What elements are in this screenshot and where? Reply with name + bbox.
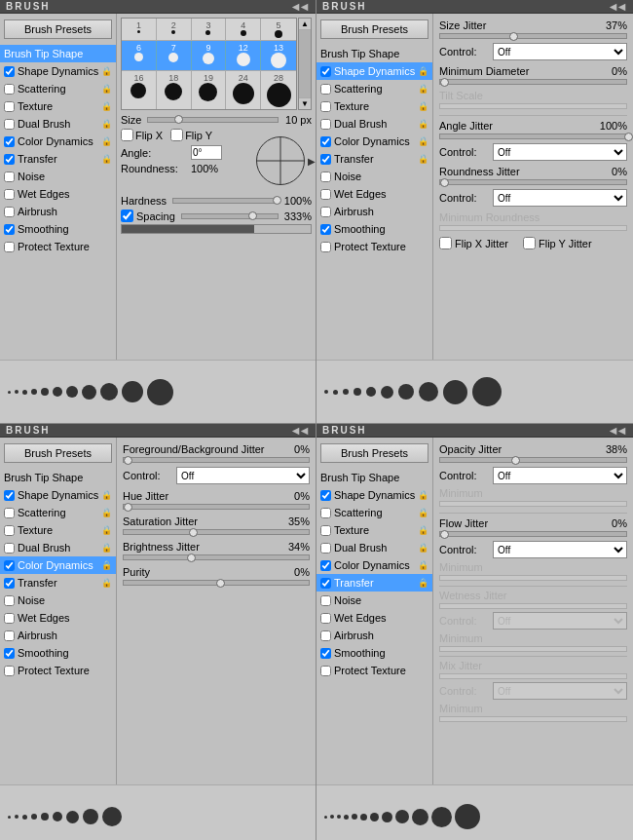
control-select-3[interactable]: Off	[493, 189, 627, 207]
min-diameter-slider[interactable]	[439, 79, 627, 85]
angle-input[interactable]	[191, 145, 222, 160]
sidebar-item-color-br[interactable]: Color Dynamics🔒	[316, 556, 432, 574]
brush-cell[interactable]: 16	[122, 71, 157, 109]
brush-cell[interactable]: 19	[192, 71, 227, 109]
brush-cell[interactable]: 18	[157, 71, 192, 109]
scroll-up[interactable]: ▲	[299, 19, 311, 30]
brush-cell-selected[interactable]: 12	[226, 41, 261, 70]
roundness-jitter-slider[interactable]	[439, 179, 627, 185]
sidebar-item-brushtip-tr[interactable]: Brush Tip Shape	[316, 45, 432, 62]
panel-corner-icon-tl[interactable]: ◀◀	[292, 2, 310, 12]
sidebar-item-color-bl[interactable]: Color Dynamics🔒	[0, 556, 116, 574]
sidebar-item-protect-bl[interactable]: Protect Texture	[0, 662, 116, 679]
sat-jitter-slider[interactable]	[123, 529, 310, 535]
size-slider[interactable]	[147, 117, 279, 123]
spacing-checkbox[interactable]	[121, 210, 133, 222]
brush-cell[interactable]: 24	[226, 71, 261, 109]
fg-control-select[interactable]: Off	[176, 467, 310, 484]
sidebar-item-noise-tl[interactable]: Noise	[0, 168, 116, 185]
sidebar-item-wetedge-bl[interactable]: Wet Edges	[0, 609, 116, 627]
sidebar-item-transfer-bl[interactable]: Transfer🔒	[0, 574, 116, 592]
sidebar-item-noise-tr[interactable]: Noise	[316, 168, 432, 185]
sidebar-item-wetedge-br[interactable]: Wet Edges	[316, 609, 432, 627]
sidebar-item-smoothing-tl[interactable]: Smoothing	[0, 220, 116, 238]
sidebar-item-color-tl[interactable]: Color Dynamics🔒	[0, 133, 116, 150]
fg-bg-slider[interactable]	[123, 457, 310, 463]
brush-cell[interactable]: 2	[157, 19, 192, 40]
sidebar-item-scatter-tl[interactable]: Scattering🔒	[0, 80, 116, 97]
angle-jitter-slider[interactable]	[439, 134, 627, 139]
sidebar-item-dual-br[interactable]: Dual Brush🔒	[316, 539, 432, 556]
hardness-slider[interactable]	[172, 198, 279, 204]
sidebar-item-airbrush-bl[interactable]: Airbrush	[0, 627, 116, 644]
sidebar-item-scatter-br[interactable]: Scattering🔒	[316, 504, 432, 521]
sidebar-item-dual-tr[interactable]: Dual Brush🔒	[316, 115, 432, 133]
sidebar-item-smoothing-tr[interactable]: Smoothing	[316, 220, 432, 238]
sidebar-item-protect-tl[interactable]: Protect Texture	[0, 238, 116, 255]
panel-corner-icon-tr[interactable]: ◀◀	[610, 2, 627, 12]
sidebar-item-airbrush-tl[interactable]: Airbrush	[0, 203, 116, 220]
brush-cell-selected[interactable]: 7	[157, 41, 192, 70]
size-jitter-slider[interactable]	[439, 33, 627, 39]
sidebar-item-noise-br[interactable]: Noise	[316, 592, 432, 609]
brush-cell[interactable]: 5	[261, 19, 296, 40]
sidebar-item-scatter-bl[interactable]: Scattering🔒	[0, 504, 116, 521]
spacing-slider[interactable]	[181, 213, 279, 219]
sidebar-item-brush-tip-tl[interactable]: Brush Tip Shape	[0, 45, 116, 62]
sidebar-item-shape-dyn-tl[interactable]: Shape Dynamics🔒	[0, 62, 116, 80]
flow-control-select[interactable]: Off	[493, 541, 627, 558]
sidebar-item-brushtip-bl[interactable]: Brush Tip Shape	[0, 469, 116, 486]
divider-transfer-2	[439, 586, 627, 587]
panel-corner-icon-br[interactable]: ◀◀	[610, 426, 627, 436]
sidebar-item-texture-bl[interactable]: Texture🔒	[0, 521, 116, 539]
sidebar-item-dual-tl[interactable]: Dual Brush🔒	[0, 115, 116, 133]
sidebar-item-protect-br[interactable]: Protect Texture	[316, 662, 432, 679]
sidebar-item-noise-bl[interactable]: Noise	[0, 592, 116, 609]
opacity-control-select[interactable]: Off	[493, 467, 627, 484]
wetness-control-select[interactable]: Off	[493, 612, 627, 630]
sidebar-item-transfer-tl[interactable]: Transfer🔒	[0, 150, 116, 168]
sidebar-item-wetedge-tl[interactable]: Wet Edges	[0, 185, 116, 203]
sidebar-item-texture-tl[interactable]: Texture🔒	[0, 97, 116, 115]
flip-x-jitter-check[interactable]	[439, 237, 452, 249]
brush-cell[interactable]: 28	[261, 71, 296, 109]
sidebar-item-color-tr[interactable]: Color Dynamics🔒	[316, 133, 432, 150]
bright-jitter-slider[interactable]	[123, 554, 310, 560]
sidebar-item-brushtip-br[interactable]: Brush Tip Shape	[316, 469, 432, 486]
sidebar-item-scatter-tr[interactable]: Scattering🔒	[316, 80, 432, 97]
flip-y-jitter-check[interactable]	[523, 237, 536, 249]
sidebar-item-smoothing-bl[interactable]: Smoothing	[0, 644, 116, 662]
hue-jitter-slider[interactable]	[123, 504, 310, 510]
brush-presets-btn-tr[interactable]: Brush Presets	[320, 19, 428, 39]
sidebar-item-transfer-tr[interactable]: Transfer🔒	[316, 150, 432, 168]
sidebar-item-dual-bl[interactable]: Dual Brush🔒	[0, 539, 116, 556]
sidebar-item-transfer-br[interactable]: Transfer🔒	[316, 574, 432, 592]
sidebar-item-texture-tr[interactable]: Texture🔒	[316, 97, 432, 115]
sidebar-item-airbrush-tr[interactable]: Airbrush	[316, 203, 432, 220]
scroll-down[interactable]: ▼	[299, 97, 311, 109]
sidebar-item-texture-br[interactable]: Texture🔒	[316, 521, 432, 539]
panel-corner-icon-bl[interactable]: ◀◀	[292, 426, 310, 436]
brush-cell-selected[interactable]: 13	[261, 41, 296, 70]
brush-cell[interactable]: 3	[192, 19, 227, 40]
brush-cell-selected[interactable]: 6	[122, 41, 157, 70]
mix-control-select[interactable]: Off	[493, 682, 627, 700]
sidebar-item-airbrush-br[interactable]: Airbrush	[316, 627, 432, 644]
brush-presets-btn-tl[interactable]: Brush Presets	[4, 19, 112, 39]
control-select-2[interactable]: Off	[493, 143, 627, 161]
brush-cell[interactable]: 4	[226, 19, 261, 40]
sidebar-item-shapedyn-tr[interactable]: Shape Dynamics🔒	[316, 62, 432, 80]
opacity-jitter-slider[interactable]	[439, 457, 627, 463]
sidebar-item-protect-tr[interactable]: Protect Texture	[316, 238, 432, 255]
brush-presets-btn-br[interactable]: Brush Presets	[320, 443, 428, 463]
sidebar-item-smoothing-br[interactable]: Smoothing	[316, 644, 432, 662]
sidebar-item-shapedyn-bl[interactable]: Shape Dynamics🔒	[0, 486, 116, 504]
flow-jitter-slider[interactable]	[439, 531, 627, 537]
control-select-1[interactable]: OffPen PressurePen Tilt	[493, 43, 627, 60]
brush-cell-selected[interactable]: 9	[192, 41, 227, 70]
brush-presets-btn-bl[interactable]: Brush Presets	[4, 443, 112, 463]
sidebar-item-shapedyn-br[interactable]: Shape Dynamics🔒	[316, 486, 432, 504]
sidebar-item-wetedge-tr[interactable]: Wet Edges	[316, 185, 432, 203]
brush-cell[interactable]: 1	[122, 19, 157, 40]
purity-slider[interactable]	[123, 580, 310, 586]
